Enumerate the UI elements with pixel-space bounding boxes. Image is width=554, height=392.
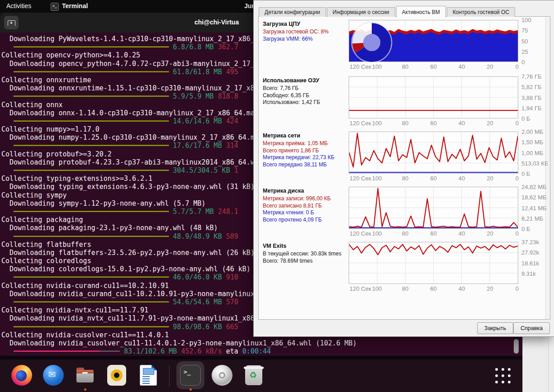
vmexits-stat-0: В текущей сессии: 30.83k times <box>263 250 348 258</box>
focused-app-menu[interactable]: >_ Terminal <box>51 2 88 11</box>
ram-stat-2: Использовано: 1,42 ГБ <box>263 99 348 106</box>
disk-stat-3: Всего прочтено 4,09 ГБ <box>263 217 348 224</box>
progress-bar: ━━━━━ <box>99 347 120 355</box>
disk-chart <box>349 187 518 229</box>
progress-bar: ━━━━━━━━━━━━━━━━━━━━━━━━━━━━━━━━━━━━━━ <box>14 208 169 216</box>
dock-items: >_ <box>11 362 265 390</box>
running-indicator-dot <box>189 388 192 391</box>
dock: >_ <box>0 359 522 392</box>
vmexits-y-label-1: 27.92k <box>521 249 548 256</box>
vmexits-section-title: VM Exits <box>263 243 348 249</box>
vmexits-y-label-3: 9.31k <box>521 270 548 277</box>
progress-bar: ━━━━━━━━━━━━━━━━━━━━━━━━━━━━━━━━━━━━━━ <box>14 298 169 306</box>
dock-item-files[interactable] <box>74 362 96 390</box>
vmexits-chart <box>349 242 518 284</box>
dialog-content: Загрузка ЦПУЗагрузка гостевой ОС: 8%Загр… <box>258 16 550 320</box>
disk-section-title: Метрика диска <box>263 188 348 194</box>
dock-item-trash[interactable] <box>243 362 265 390</box>
dock-item-rhythmbox[interactable] <box>106 362 128 390</box>
disk-stat-0: Метрика записи: 996,00 КБ <box>263 195 348 203</box>
cpu-y-label-1: 75 <box>521 27 548 34</box>
progress-bar: ━━━━━━━━━━━━━━━━━━━━━━━━━━━━━━━━━━━━━━ <box>14 232 169 241</box>
progress-bar: ━━━━━━━━━━━━━━━━━━━━━━━━━━━━━━━━━━━━━━ <box>14 323 169 331</box>
terminal-scrollbar[interactable] <box>514 339 519 354</box>
ram-y-label-3: 1,94 ГБ <box>521 105 548 112</box>
disk-stat-2: Метрика чтения: 0 Б <box>263 209 348 217</box>
dock-item-firefox[interactable] <box>11 362 33 390</box>
cpu-y-label-2: 50 <box>521 38 548 45</box>
ram-x-axis: 120 Сек100806040200 <box>349 120 518 127</box>
cpu-section-title: Загрузка ЦПУ <box>263 21 348 27</box>
disk-y-label-0: 24,82 МБ <box>521 184 548 190</box>
net-stat-1: Всего принято 1,86 ГБ <box>263 147 348 155</box>
show-applications-button[interactable] <box>492 366 514 386</box>
cpu-y-label-0: 100 <box>521 17 548 24</box>
terminal-app-icon: >_ <box>51 3 59 11</box>
disk-y-label-3: 6,21 МБ <box>521 215 548 222</box>
net-y-label-3: 513,03 КБ <box>521 160 548 167</box>
ram-section-text: Использование ОЗУВсего: 7,76 ГБСвободно:… <box>263 77 348 106</box>
ram-stat-1: Свободно: 6,35 ГБ <box>263 92 348 99</box>
vm-activity-dialog: Детали конфигурацииИнформация о сессииАк… <box>253 0 554 337</box>
terminal-line: Downloading nvidia_cusolver_cu11-11.4.0.… <box>1 339 521 347</box>
progress-bar: ━━━━━━━━━━━━━━━━━━━━━━━━━━━━━━━━━━━━━━ <box>14 92 169 100</box>
ram-y-label-2: 3,88 ГБ <box>521 94 548 101</box>
net-y-label-0: 2,00 МБ <box>521 128 548 135</box>
ram-y-label-4: 0 Б <box>521 115 548 122</box>
terminal-icon: >_ <box>180 364 201 386</box>
net-y-label-2: 1,00 МБ <box>521 150 548 156</box>
dock-item-thunderbird[interactable] <box>43 362 64 390</box>
activities-button[interactable]: Activities <box>6 2 31 9</box>
disk-stat-1: Всего записано 8,81 ГБ <box>263 203 348 210</box>
files-icon <box>74 364 96 386</box>
progress-bar: ━━━━━━━━━━━━━━━━━━━━━━━━━━━━━━━━━━━━━━ <box>14 166 169 175</box>
tab-1[interactable]: Информация о сессии <box>327 7 395 17</box>
dock-item-terminal[interactable]: >_ <box>180 362 201 390</box>
new-tab-button[interactable]: + <box>4 16 19 29</box>
focused-app-label: Terminal <box>62 2 88 11</box>
dialog-tab-bar: Детали конфигурацииИнформация о сессииАк… <box>259 6 516 17</box>
tab-2[interactable]: Активность ВМ <box>396 6 446 17</box>
terminal-line: ━━━━━━━━━━━━━━━━━━━━━━━━━━ 83.1/102.6 MB… <box>1 347 521 355</box>
new-tab-icon: + <box>8 20 15 26</box>
rhythmbox-icon <box>106 364 128 386</box>
disk-section-text: Метрика дискаМетрика записи: 996,00 КБВс… <box>263 188 348 223</box>
ram-section-title: Использование ОЗУ <box>263 77 348 84</box>
progress-bar: ━━━━━━━━━━━━━━━━━━━━━━━━━━━━━━━━━━━━━━ <box>14 68 169 76</box>
running-indicator-dot <box>84 388 86 391</box>
cpu-x-axis: 120 Сек100806040200 <box>349 63 518 71</box>
vmexits-section-text: VM ExitsВ текущей сессии: 30.83k timesВс… <box>263 243 348 264</box>
net-chart <box>349 132 518 174</box>
desktop: Activities >_ Terminal Jun + chi@chi-Vir… <box>0 0 554 392</box>
net-stat-2: Метрика передачи: 22,73 КБ <box>263 154 348 161</box>
net-stat-0: Метрика приёма: 1,05 МБ <box>263 140 348 147</box>
vmexits-y-label-0: 37.23k <box>521 239 548 246</box>
cpu-stat-0: Загрузка гостевой ОС: 8% <box>263 28 348 36</box>
dock-item-cd-dvd[interactable] <box>211 362 233 390</box>
dock-gap <box>0 356 522 359</box>
close-button[interactable]: Закрыть <box>477 322 513 334</box>
cpu-y-label-4: 0 <box>521 59 548 66</box>
trash-icon <box>243 364 265 386</box>
disk-y-label-2: 12,41 МБ <box>521 205 548 212</box>
cd-dvd-icon <box>211 364 233 386</box>
vmexits-stat-1: Всего: 78.69M times <box>263 258 348 265</box>
progress-bar: ━━━━━━━━━━━━━━━━━━━━━━━━━━━━━━━━━━━━━━ <box>14 117 169 125</box>
ram-y-label-0: 7,76 ГБ <box>521 73 548 80</box>
disk-y-label-1: 18,62 МБ <box>521 194 548 201</box>
dock-item-libreoffice-writer[interactable] <box>137 362 159 390</box>
net-section-text: Метрика сетиМетрика приёма: 1,05 МБВсего… <box>263 132 348 168</box>
progress-bar: ━━━━━━━━━━━━━━━━━━━━━━━━━━━━━━━━━━━━━━ <box>14 273 169 281</box>
tab-0[interactable]: Детали конфигурации <box>259 7 326 17</box>
cpu-usage-donut <box>350 20 393 62</box>
progress-bar: ━━━━━━━━━━━━━━━━━━━━━ <box>14 347 99 355</box>
dock-separator <box>169 366 170 387</box>
cpu-y-label-3: 25 <box>521 48 548 55</box>
disk-x-axis: 120 Сек100806040200 <box>349 230 518 237</box>
ram-y-label-1: 5,82 ГБ <box>521 84 548 90</box>
firefox-icon <box>11 364 33 386</box>
tab-3[interactable]: Контроль гостевой ОС <box>447 7 515 17</box>
ram-chart <box>349 76 518 118</box>
vmexits-x-axis: 120 Сек100806040200 <box>349 285 518 293</box>
help-button[interactable]: Справка <box>513 322 550 334</box>
